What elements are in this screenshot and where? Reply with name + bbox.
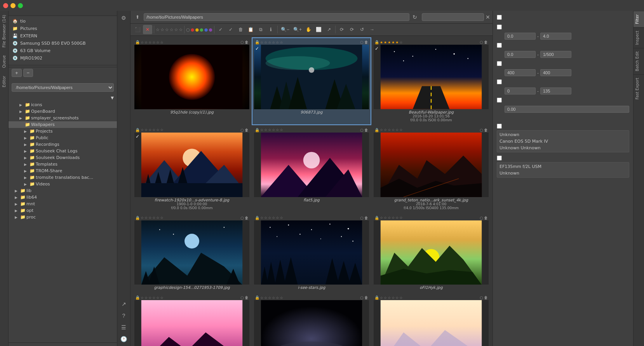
img-star-1-2[interactable]: ☆ <box>144 40 148 44</box>
find-input[interactable] <box>422 13 484 21</box>
img-star-6-4[interactable]: ☆ <box>392 128 395 132</box>
camera-item-unknown[interactable]: Unknown <box>497 131 629 138</box>
star-filter-1[interactable]: ☆ <box>156 27 160 32</box>
img-star-6-1[interactable]: ☆ <box>380 128 383 132</box>
place-item-63gb[interactable]: 💿 63 GB Volume <box>9 47 117 54</box>
straighten-button[interactable]: ↗ <box>324 25 334 34</box>
circle-icon-8[interactable]: ○ <box>360 216 364 220</box>
img-star-7-2[interactable]: ☆ <box>144 216 148 220</box>
img-star-7-4[interactable]: ☆ <box>152 216 155 220</box>
filter-reject-button[interactable]: ✕ <box>143 25 152 34</box>
focal-min-input[interactable] <box>505 87 536 94</box>
circle-icon-10[interactable]: ○ <box>240 295 244 300</box>
img-star-4-6[interactable]: ☆ <box>160 128 163 132</box>
color-filter-purple[interactable]: ● <box>209 27 212 32</box>
lens-list[interactable]: EF135mm f/2L USM Unknown <box>497 162 629 178</box>
color-filter-none[interactable]: ○ <box>186 27 190 32</box>
info-button[interactable]: ℹ <box>266 25 276 34</box>
image-cell-8[interactable]: 🔒 ☆ ☆ ☆ ☆ ☆ ☆ ○ 🗑 <box>252 213 371 293</box>
folder-item-wallpapers[interactable]: 📁 Wallpapers <box>9 121 117 128</box>
zoom-in-button[interactable]: 🔍+ <box>292 25 303 34</box>
circle-icon-4[interactable]: ○ <box>240 128 244 132</box>
pan-button[interactable]: ✋ <box>304 25 313 34</box>
send-button[interactable]: ↗ <box>118 299 129 309</box>
select-button[interactable]: ✓ <box>216 25 225 34</box>
img-star-9-5[interactable]: ☆ <box>395 216 399 220</box>
tab-batch-edit[interactable]: Batch Edit <box>634 48 644 74</box>
folder-item-recordings[interactable]: ▶ 📁 Recordings <box>9 141 117 148</box>
img-star-12-1[interactable]: ☆ <box>380 296 383 300</box>
place-item-extern[interactable]: 💾 EXTERN <box>9 32 117 40</box>
refresh-button[interactable]: ↻ <box>411 13 419 21</box>
img-star-2-2[interactable]: ☆ <box>264 40 267 44</box>
duplicate-button[interactable]: ⧉ <box>256 25 266 34</box>
img-star-5-2[interactable]: ☆ <box>264 128 267 132</box>
img-star-11-3[interactable]: ☆ <box>268 296 271 300</box>
help-button[interactable]: ? <box>118 310 129 321</box>
circle-icon-1[interactable]: ○ <box>240 40 244 44</box>
img-star-11-5[interactable]: ☆ <box>276 296 279 300</box>
lens-checkbox[interactable] <box>497 156 502 161</box>
img-star-10-1[interactable]: ☆ <box>141 296 144 300</box>
img-star-5-6[interactable]: ☆ <box>280 128 283 132</box>
focal-checkbox[interactable] <box>497 79 502 84</box>
img-star-8-1[interactable]: ☆ <box>260 216 263 220</box>
trash-icon-2[interactable]: 🗑 <box>364 40 368 44</box>
folder-item-public[interactable]: ▶ 📁 Public <box>9 135 117 141</box>
img-star-11-4[interactable]: ☆ <box>272 296 275 300</box>
color-filter-red[interactable]: ● <box>191 27 195 32</box>
trash-icon-4[interactable]: 🗑 <box>245 128 249 132</box>
img-star-5-1[interactable]: ☆ <box>260 128 263 132</box>
img-star-8-4[interactable]: ☆ <box>272 216 275 220</box>
copy-to-button[interactable]: 📋 <box>246 25 256 34</box>
shutter-checkbox[interactable] <box>497 43 502 48</box>
path-input[interactable] <box>144 13 409 21</box>
trash-icon-6[interactable]: 🗑 <box>484 128 488 132</box>
lens-item-ef135[interactable]: EF135mm f/2L USM <box>497 163 629 170</box>
img-star-7-1[interactable]: ☆ <box>141 216 144 220</box>
img-star-3-5[interactable]: ★ <box>395 40 399 44</box>
folder-item-trom[interactable]: ▶ 📁 TROM-Share <box>9 168 117 174</box>
place-item-mjro[interactable]: 💿 MJRO1902 <box>9 54 117 62</box>
img-star-9-2[interactable]: ☆ <box>384 216 387 220</box>
circle-icon-5[interactable]: ○ <box>360 128 364 132</box>
img-star-9-1[interactable]: ☆ <box>380 216 383 220</box>
img-star-4-3[interactable]: ☆ <box>148 128 151 132</box>
folder-item-soulseek-chat[interactable]: ▶ 📁 Soulseek Chat Logs <box>9 148 117 154</box>
circle-icon-12[interactable]: ○ <box>480 295 483 300</box>
star-filter-3[interactable]: ☆ <box>165 27 169 32</box>
maximize-button[interactable] <box>18 3 23 8</box>
folder-item-opt[interactable]: ▶ 📁 opt <box>9 207 117 214</box>
folder-item-projects[interactable]: ▶ 📁 Projects <box>9 128 117 135</box>
img-star-8-3[interactable]: ☆ <box>268 216 271 220</box>
img-star-5-5[interactable]: ☆ <box>276 128 279 132</box>
circle-icon-6[interactable]: ○ <box>480 128 483 132</box>
img-star-2-6[interactable]: ☆ <box>280 40 283 44</box>
folder-item-templates[interactable]: ▶ 📁 Templates <box>9 161 117 168</box>
folder-item-videos[interactable]: ▶ 📁 Videos <box>9 181 117 187</box>
circle-icon-7[interactable]: ○ <box>240 216 244 220</box>
minimize-button[interactable] <box>10 3 16 8</box>
sidebar-item-editor[interactable]: Editor <box>0 72 8 91</box>
focal-max-input[interactable] <box>540 87 571 94</box>
color-filter-green[interactable]: ● <box>200 27 204 32</box>
img-star-9-6[interactable]: ☆ <box>399 216 402 220</box>
img-star-11-2[interactable]: ☆ <box>264 296 267 300</box>
img-star-10-4[interactable]: ☆ <box>152 296 155 300</box>
img-star-4-4[interactable]: ☆ <box>152 128 155 132</box>
img-star-5-3[interactable]: ☆ <box>268 128 271 132</box>
aperture-checkbox[interactable] <box>497 24 502 30</box>
image-grid-wrapper[interactable]: 🔒 ☆ ☆ ☆ ☆ ☆ ☆ ○ 🗑 <box>131 36 493 346</box>
sidebar-item-file-browser[interactable]: File Browser (14) <box>0 11 8 51</box>
color-filter-blue[interactable]: ● <box>204 27 208 32</box>
circle-icon-9[interactable]: ○ <box>480 216 483 220</box>
shutter-max-input[interactable] <box>540 51 571 58</box>
img-star-4-2[interactable]: ☆ <box>144 128 148 132</box>
folder-item-lib[interactable]: ▶ 📁 lib <box>9 187 117 194</box>
img-star-11-6[interactable]: ☆ <box>280 296 283 300</box>
image-cell-3[interactable]: 🔒 ★ ★ ★ ★ ★ ☆ ○ 🗑 <box>371 37 491 125</box>
img-star-10-6[interactable]: ☆ <box>160 296 163 300</box>
trash-icon-10[interactable]: 🗑 <box>245 295 249 300</box>
img-star-4-1[interactable]: ☆ <box>141 128 144 132</box>
add-place-button[interactable]: + <box>12 69 22 77</box>
